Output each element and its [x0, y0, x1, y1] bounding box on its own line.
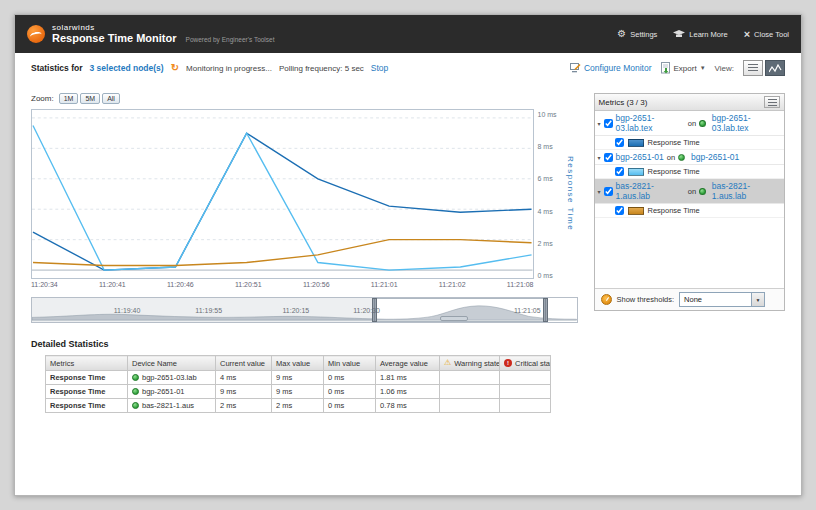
warning-cell	[440, 399, 500, 413]
export-label: Export	[674, 64, 697, 73]
expander-icon[interactable]: ▾	[598, 188, 601, 195]
monitoring-progress-icon: ↻	[171, 63, 179, 73]
group-checkbox[interactable]	[604, 153, 613, 162]
thresholds-value: None	[680, 293, 751, 306]
col-warning-state[interactable]: ⚠Warning state	[440, 356, 500, 371]
max-cell: 9 ms	[272, 385, 324, 399]
y-tick: 10 ms	[538, 111, 557, 118]
thresholds-select[interactable]: None ▼	[679, 292, 765, 307]
zoom-5m-button[interactable]: 5M	[80, 93, 100, 104]
detailed-statistics-title: Detailed Statistics	[31, 339, 578, 349]
group-target-link[interactable]: bgp-2651-01	[691, 152, 739, 162]
gear-icon: ⚙	[617, 29, 626, 39]
group-target-link[interactable]: bas-2821-1.aus.lab	[712, 181, 781, 201]
group-device-link[interactable]: bas-2821-1.aus.lab	[616, 181, 685, 201]
chart-plot-area[interactable]	[31, 109, 534, 279]
col-max-value[interactable]: Max value	[272, 356, 324, 371]
table-view-button[interactable]	[743, 60, 763, 76]
timeline-label: 11:19:40	[114, 307, 141, 314]
header-actions: ⚙ Settings Learn More × Close Tool	[617, 29, 789, 39]
timeline-brush[interactable]: 11:19:40 11:19:55 11:20:15 11:20:30 11:2…	[31, 297, 578, 323]
col-min-value[interactable]: Min value	[324, 356, 376, 371]
metrics-panel-menu-button[interactable]	[764, 96, 780, 108]
close-tool-button[interactable]: × Close Tool	[744, 29, 789, 39]
app-title: Response Time Monitor Powered by Enginee…	[52, 32, 274, 46]
table-row[interactable]: Response Time bas-2821-1.aus 2 ms 2 ms 0…	[46, 399, 551, 413]
table-row[interactable]: Response Time bgp-2651-03.lab 4 ms 9 ms …	[46, 371, 551, 385]
close-icon: ×	[744, 29, 750, 39]
selected-nodes-link[interactable]: 3 selected node(s)	[90, 63, 164, 73]
export-button[interactable]: Export ▼	[661, 62, 706, 74]
y-tick: 0 ms	[538, 272, 557, 279]
zoom-1m-button[interactable]: 1M	[59, 93, 79, 104]
timeline-scroll-grip[interactable]	[440, 316, 468, 321]
y-tick: 8 ms	[538, 143, 557, 150]
monitoring-status-text: Monitoring in progress...	[186, 64, 272, 73]
x-tick: 11:21:01	[371, 281, 398, 288]
app-window: solarwinds Response Time Monitor Powered…	[14, 14, 802, 496]
group-checkbox[interactable]	[604, 187, 613, 196]
toolbar: Statistics for 3 selected node(s) ↻ Moni…	[15, 53, 801, 83]
export-caret-icon: ▼	[700, 65, 706, 71]
col-device-name[interactable]: Device Name	[128, 356, 216, 371]
metric-row[interactable]: Response Time	[595, 165, 784, 179]
metric-cell[interactable]: Response Time	[46, 399, 128, 413]
metric-checkbox[interactable]	[615, 206, 624, 215]
x-tick: 11:20:56	[303, 281, 330, 288]
y-tick: 4 ms	[538, 208, 557, 215]
metric-row[interactable]: Response Time	[595, 136, 784, 150]
chart-view-button[interactable]	[765, 60, 785, 76]
group-checkbox[interactable]	[604, 119, 613, 128]
metric-cell[interactable]: Response Time	[46, 385, 128, 399]
metric-group-row[interactable]: ▾ bgp-2651-01 on bgp-2651-01	[595, 150, 784, 165]
col-current-value[interactable]: Current value	[216, 356, 272, 371]
timeline-right-handle[interactable]	[543, 298, 548, 322]
col-metrics[interactable]: Metrics	[46, 356, 128, 371]
table-header-row: Metrics Device Name Current value Max va…	[46, 356, 551, 371]
series-color-swatch	[628, 139, 644, 147]
zoom-all-button[interactable]: All	[102, 93, 120, 104]
expander-icon[interactable]: ▾	[598, 120, 601, 127]
device-cell: bas-2821-1.aus	[128, 399, 216, 413]
x-tick: 11:21:08	[507, 281, 534, 288]
configure-monitor-button[interactable]: Configure Monitor	[570, 63, 652, 73]
menu-bars-icon	[768, 99, 777, 106]
expander-icon[interactable]: ▾	[598, 154, 601, 161]
detailed-statistics-table: Metrics Device Name Current value Max va…	[45, 355, 551, 413]
current-cell: 9 ms	[216, 385, 272, 399]
stop-link[interactable]: Stop	[371, 63, 389, 73]
metric-row[interactable]: Response Time	[595, 204, 784, 218]
metric-group-row-selected[interactable]: ▾ bas-2821-1.aus.lab on bas-2821-1.aus.l…	[595, 179, 784, 204]
graduation-cap-icon	[673, 30, 685, 39]
current-cell: 2 ms	[216, 399, 272, 413]
metric-checkbox[interactable]	[615, 167, 624, 176]
col-average-value[interactable]: Average value	[376, 356, 440, 371]
metric-checkbox[interactable]	[615, 138, 624, 147]
y-tick: 2 ms	[538, 240, 557, 247]
configure-monitor-label: Configure Monitor	[584, 63, 652, 73]
brand-name: solarwinds	[52, 23, 274, 32]
group-device-link[interactable]: bgp-2651-03.lab.tex	[616, 113, 685, 133]
critical-icon: !	[504, 359, 512, 367]
col-critical-state[interactable]: !Critical state	[500, 356, 551, 371]
metric-group-row[interactable]: ▾ bgp-2651-03.lab.tex on bgp-2651-03.lab…	[595, 111, 784, 136]
solarwinds-logo-icon	[27, 25, 45, 43]
metric-label: Response Time	[648, 138, 700, 147]
status-up-icon	[699, 188, 706, 195]
group-target-link[interactable]: bgp-2651-03.lab.tex	[712, 113, 781, 133]
app-title-text: Response Time Monitor	[52, 32, 176, 44]
gauge-icon	[601, 294, 612, 305]
metrics-panel-header: Metrics (3 / 3)	[595, 94, 784, 111]
group-device-link[interactable]: bgp-2651-01	[616, 152, 664, 162]
critical-cell	[500, 371, 551, 385]
chevron-down-icon: ▼	[751, 293, 764, 306]
settings-button[interactable]: ⚙ Settings	[617, 29, 657, 39]
learn-more-button[interactable]: Learn More	[673, 30, 727, 39]
close-tool-label: Close Tool	[754, 30, 789, 39]
table-row[interactable]: Response Time bgp-2651-01 9 ms 9 ms 0 ms…	[46, 385, 551, 399]
metric-cell[interactable]: Response Time	[46, 371, 128, 385]
statistics-for-label: Statistics for	[31, 63, 83, 73]
export-icon	[661, 62, 671, 74]
polling-frequency-text: Polling frequency: 5 sec	[279, 64, 364, 73]
brand: solarwinds Response Time Monitor Powered…	[27, 23, 274, 46]
